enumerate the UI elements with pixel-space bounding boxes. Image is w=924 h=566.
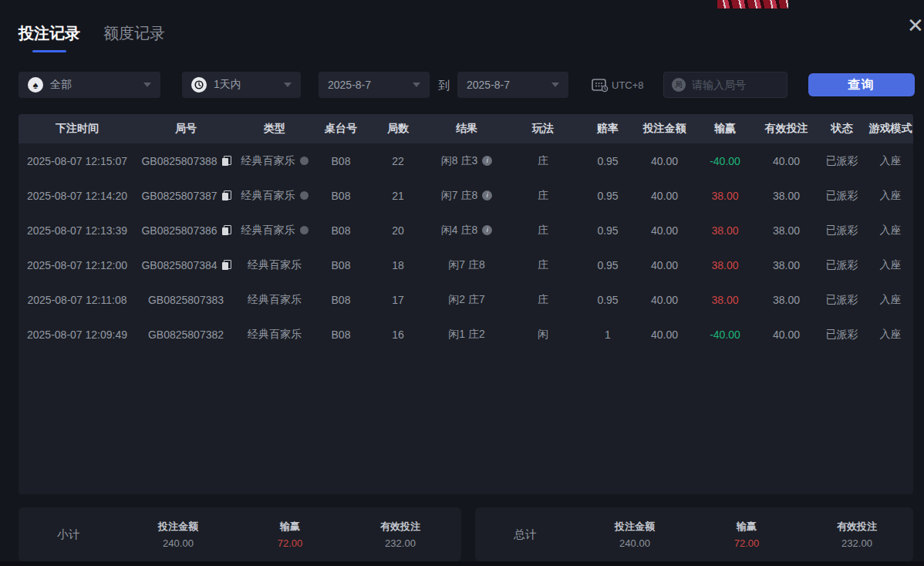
game-mode: 入座: [868, 248, 913, 282]
query-button[interactable]: 查询: [808, 73, 915, 96]
bet-amount: 40.00: [636, 178, 693, 213]
date-from-select[interactable]: 2025-8-7: [319, 72, 430, 98]
copy-icon[interactable]: [222, 260, 231, 270]
odds: 0.95: [580, 178, 636, 213]
odds: 0.95: [580, 248, 636, 282]
play-type: 庄: [506, 248, 580, 282]
chevron-down-icon: [143, 83, 151, 87]
game-mode: 入座: [868, 282, 913, 317]
game-mode: 入座: [868, 213, 913, 248]
table-header: 下注时间 局号 类型 桌台号 局数 结果 玩法 赔率 投注金额 输赢 有效投注 …: [19, 114, 913, 143]
col-table-no: 桌台号: [313, 114, 369, 143]
result: 闲8 庄3 i: [427, 143, 506, 178]
valid-bet: 38.00: [757, 282, 816, 317]
close-icon[interactable]: ✕: [904, 14, 924, 37]
bet-time: 2025-08-07 12:14:20: [19, 178, 136, 213]
col-bet-time: 下注时间: [19, 114, 136, 143]
game-type: 经典百家乐: [236, 248, 313, 282]
chevron-down-icon: [284, 83, 292, 87]
bet-amount: 40.00: [636, 213, 693, 248]
tab-label: 投注记录: [19, 25, 80, 42]
table-row: 2025-08-07 12:11:08 GB0825807383 经典百家乐 B…: [19, 282, 913, 317]
total-bet-amount: 投注金额 240.00: [615, 520, 655, 549]
game-type: 经典百家乐: [236, 317, 313, 352]
round-id: GB0825807382: [136, 317, 236, 352]
total-win-loss: 输赢 72.00: [734, 520, 760, 549]
status: 已派彩: [816, 282, 868, 317]
win-loss: -40.00: [693, 317, 757, 352]
odds: 1: [580, 317, 636, 352]
bet-amount: 40.00: [636, 248, 693, 282]
clock-icon: [191, 77, 207, 93]
game-type: 经典百家乐: [236, 178, 313, 213]
type-badge-icon: [300, 157, 309, 165]
table-number: B08: [313, 317, 369, 352]
chevron-down-icon: [551, 83, 559, 87]
round-number-input[interactable]: [692, 79, 779, 91]
tab-bar: 投注记录 额度记录: [19, 23, 165, 52]
play-type: 庄: [506, 178, 580, 213]
game-mode: 入座: [868, 178, 913, 213]
info-icon[interactable]: i: [482, 225, 492, 235]
bet-time: 2025-08-07 12:09:49: [19, 317, 136, 352]
status: 已派彩: [816, 213, 868, 248]
table-number: B08: [313, 282, 369, 317]
copy-icon[interactable]: [222, 190, 231, 200]
game-type: 经典百家乐: [236, 143, 313, 178]
win-loss: -40.00: [693, 143, 757, 178]
play-type: 闲: [506, 317, 580, 352]
betting-records-table: 下注时间 局号 类型 桌台号 局数 结果 玩法 赔率 投注金额 输赢 有效投注 …: [19, 114, 913, 494]
result: 闲2 庄7 i: [427, 282, 506, 317]
table-number: B08: [313, 178, 369, 213]
bet-amount: 40.00: [636, 317, 693, 352]
result: 闲7 庄8 i: [427, 178, 506, 213]
play-type: 庄: [506, 143, 580, 178]
status: 已派彩: [816, 143, 868, 178]
col-game-type: 类型: [236, 114, 313, 143]
win-loss: 38.00: [693, 213, 757, 248]
date-range-to-label: 到: [438, 79, 450, 93]
type-badge-icon: [300, 226, 309, 234]
subtotal-valid-bet: 有效投注 232.00: [380, 520, 420, 549]
copy-icon[interactable]: [222, 156, 231, 166]
bet-amount: 40.00: [636, 143, 693, 178]
odds: 0.95: [580, 282, 636, 317]
table-row: 2025-08-07 12:13:39 GB0825807386 经典百家乐 B…: [19, 213, 913, 248]
round-id: GB0825807386: [136, 213, 236, 248]
table-row: 2025-08-07 12:12:00 GB0825807384 经典百家乐 B…: [19, 248, 913, 282]
time-range-select[interactable]: 1天内: [182, 72, 301, 98]
result: 闲7 庄8 i: [427, 248, 506, 282]
col-round-count: 局数: [369, 114, 427, 143]
spade-icon: ♠: [28, 77, 43, 93]
copy-icon[interactable]: [222, 225, 231, 235]
info-icon[interactable]: i: [482, 190, 492, 200]
type-badge-icon: [300, 191, 309, 200]
date-from-value: 2025-8-7: [328, 79, 371, 91]
tab-quota-records[interactable]: 额度记录: [103, 23, 165, 52]
bet-time: 2025-08-07 12:13:39: [19, 213, 136, 248]
game-mode: 入座: [868, 317, 913, 352]
odds: 0.95: [580, 143, 636, 178]
info-icon[interactable]: i: [482, 156, 492, 166]
status: 已派彩: [816, 317, 868, 352]
round-badge-icon: 局: [672, 78, 686, 92]
date-to-value: 2025-8-7: [467, 79, 510, 91]
time-range-value: 1天内: [214, 78, 241, 92]
valid-bet: 38.00: [757, 248, 816, 282]
game-type-select[interactable]: ♠ 全部: [19, 72, 160, 98]
table-number: B08: [313, 248, 369, 282]
col-valid-bet: 有效投注: [757, 114, 816, 143]
round-number-field[interactable]: 局: [663, 72, 787, 98]
table-row: 2025-08-07 12:14:20 GB0825807387 经典百家乐 B…: [19, 178, 913, 213]
subtotal-win-loss: 输赢 72.00: [278, 520, 303, 549]
odds: 0.95: [580, 213, 636, 248]
active-tab-underline: [32, 50, 66, 52]
win-loss: 38.00: [693, 248, 757, 282]
total-valid-bet: 有效投注 232.00: [837, 520, 877, 549]
tab-betting-records[interactable]: 投注记录: [19, 23, 80, 52]
timezone-indicator: UTC+8: [591, 77, 644, 93]
round-count: 20: [369, 213, 427, 248]
result: 闲4 庄8 i: [427, 213, 506, 248]
round-id: GB0825807387: [136, 178, 236, 213]
date-to-select[interactable]: 2025-8-7: [457, 72, 568, 98]
